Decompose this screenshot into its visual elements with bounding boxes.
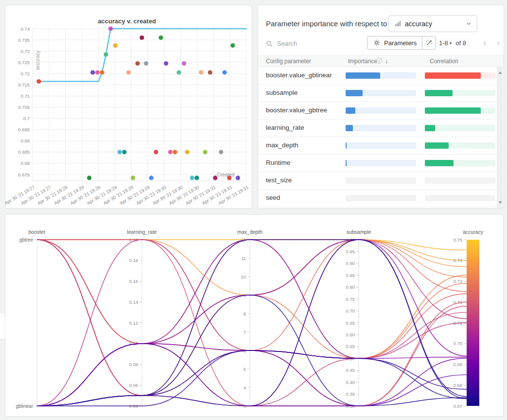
axis-tick-label: 0.55: [346, 344, 355, 349]
scatter-point[interactable]: [108, 26, 113, 31]
table-row[interactable]: booster.value_gbtree: [258, 102, 504, 120]
scatter-point[interactable]: [158, 35, 163, 40]
axis-tick-label: 0.69: [454, 362, 463, 367]
correlation-bar: [425, 107, 481, 114]
table-row[interactable]: booster.value_gblinear: [258, 67, 504, 85]
correlation-bar-track: [425, 72, 495, 79]
column-importance[interactable]: Importance: [348, 58, 377, 65]
metric-dropdown[interactable]: accuracy: [388, 15, 477, 32]
accuracy-vs-created-chart: 0.6750.680.6850.690.6950.70.7050.710.715…: [5, 5, 251, 208]
axis-tick-label: 10: [241, 274, 246, 280]
chevron-right-icon[interactable]: ›: [497, 36, 500, 50]
scatter-point[interactable]: [190, 175, 194, 180]
run-line[interactable]: [37, 240, 467, 406]
correlation-bar: [425, 72, 481, 79]
axis-tick-label: 0.40: [346, 380, 355, 385]
run-line[interactable]: [37, 240, 467, 358]
scatter-point[interactable]: [90, 70, 95, 74]
column-correlation[interactable]: Correlation: [430, 58, 458, 65]
magic-wand-button[interactable]: [422, 36, 436, 50]
scatter-point[interactable]: [149, 175, 154, 180]
run-line[interactable]: [37, 240, 467, 344]
scatter-point[interactable]: [118, 150, 122, 154]
scatter-point[interactable]: [182, 61, 186, 66]
importance-bar-track: [346, 90, 416, 96]
scatter-point[interactable]: [140, 35, 144, 40]
scatter-point[interactable]: [213, 175, 217, 180]
scatter-point[interactable]: [185, 150, 190, 154]
chevron-down-icon: [466, 21, 472, 26]
y-tick-label: 0.675: [18, 172, 30, 177]
scatter-point[interactable]: [122, 150, 126, 154]
importance-bar: [346, 107, 355, 114]
scatter-point[interactable]: [164, 61, 168, 66]
scatter-point[interactable]: [144, 61, 148, 66]
scatter-point[interactable]: [230, 43, 235, 48]
pagination-range-dropdown[interactable]: 1-8 ▾ of 8: [439, 36, 466, 50]
scatter-point[interactable]: [95, 70, 100, 74]
parameter-importance-panel: Parameter importance with respect to acc…: [258, 5, 504, 209]
scatter-point[interactable]: [135, 61, 140, 66]
table-row[interactable]: learning_rate: [258, 120, 504, 137]
search-input[interactable]: [276, 39, 341, 48]
run-line[interactable]: [37, 240, 467, 358]
axis-tick-label: 7: [244, 330, 246, 335]
scatter-point[interactable]: [104, 52, 108, 57]
scroll-up-icon[interactable]: [498, 71, 502, 74]
scatter-point[interactable]: [227, 175, 231, 180]
scatter-point[interactable]: [100, 70, 104, 74]
importance-bar: [346, 72, 380, 79]
scatter-point[interactable]: [36, 79, 41, 84]
y-tick-label: 0.685: [18, 149, 30, 155]
axis-tick-label: 0.18: [129, 258, 139, 263]
table-row[interactable]: test_size: [258, 172, 504, 190]
sort-desc-icon[interactable]: ↓: [385, 58, 388, 65]
scatter-point[interactable]: [199, 70, 203, 74]
run-line[interactable]: [37, 350, 467, 406]
axis-tick-label: 0.70: [346, 308, 355, 314]
chevron-left-icon[interactable]: ‹: [483, 36, 486, 50]
scatter-point[interactable]: [113, 43, 118, 48]
correlation-bar: [425, 160, 454, 166]
correlation-bar: [425, 90, 453, 96]
table-row[interactable]: Runtime: [258, 155, 504, 172]
correlation-bar-track: [425, 160, 495, 166]
scatter-point[interactable]: [131, 175, 135, 180]
run-line[interactable]: [37, 240, 467, 396]
importance-bar: [346, 160, 347, 166]
table-scrollbar[interactable]: [497, 67, 503, 208]
importance-bar-track: [346, 195, 416, 201]
scatter-point[interactable]: [208, 70, 212, 74]
parameters-button[interactable]: Parameters: [367, 36, 422, 50]
scatter-point[interactable]: [168, 150, 173, 154]
chart-title: accuracy v. created: [98, 18, 156, 25]
scatter-point[interactable]: [219, 150, 223, 154]
importance-bar-track: [346, 160, 416, 166]
y-tick-label: 0.735: [18, 37, 30, 43]
scatter-point[interactable]: [203, 150, 208, 154]
importance-bar: [346, 90, 363, 96]
scatter-point[interactable]: [176, 70, 181, 74]
axis-tick-label: 0.65: [346, 320, 355, 326]
axis-tick-label: 0.90: [346, 261, 355, 266]
run-line[interactable]: [37, 350, 467, 406]
axis-tick-label: 0.80: [346, 284, 355, 290]
scatter-point[interactable]: [236, 175, 240, 180]
table-row[interactable]: max_depth: [258, 137, 504, 155]
scatter-point[interactable]: [194, 175, 199, 180]
scatter-point[interactable]: [173, 150, 177, 154]
scatter-point[interactable]: [154, 150, 158, 154]
run-line[interactable]: [37, 240, 467, 396]
table-row[interactable]: subsample: [258, 85, 504, 102]
accuracy-colorbar: [467, 240, 479, 406]
scatter-point[interactable]: [126, 70, 131, 74]
scatter-point[interactable]: [87, 175, 91, 180]
table-row[interactable]: seed: [258, 190, 504, 207]
info-icon[interactable]: i: [376, 58, 382, 64]
axis-title-max_depth: max_depth: [237, 229, 262, 235]
scroll-down-icon[interactable]: [498, 201, 502, 204]
x-axis-label: Created: [217, 172, 234, 177]
category-tick-label: gblinear: [16, 403, 33, 409]
left-edge-artifact: [0, 314, 5, 339]
scatter-point[interactable]: [223, 70, 227, 74]
